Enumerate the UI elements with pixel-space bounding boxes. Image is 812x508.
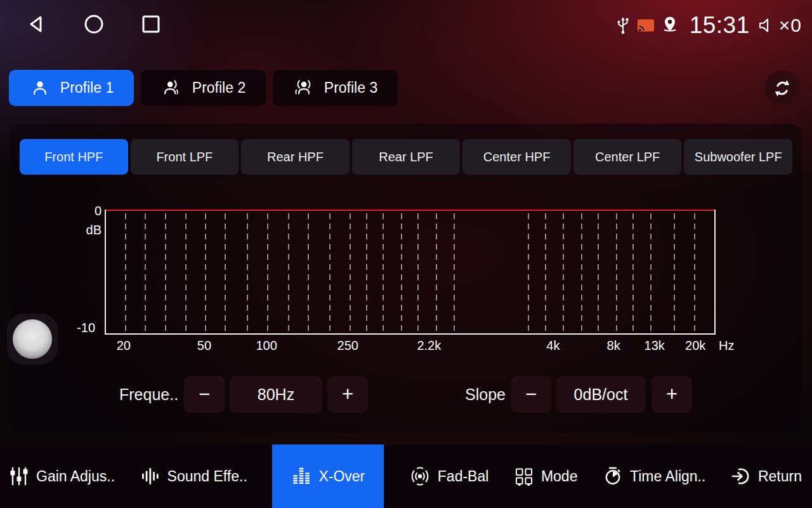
x-tick-label: 250: [337, 338, 358, 353]
profile-label: Profile 3: [324, 79, 377, 97]
gridline: [247, 213, 248, 332]
gridline: [267, 213, 268, 332]
x-axis-unit: Hz: [719, 338, 734, 353]
stopwatch-icon: [603, 466, 623, 486]
gridline: [650, 213, 652, 332]
tab-label: Subwoofer LPF: [695, 150, 782, 164]
profile-tab-3[interactable]: Profile 3: [273, 70, 398, 106]
tab-label: Rear HPF: [267, 150, 324, 164]
gridline: [417, 213, 419, 332]
filter-tab-front-hpf[interactable]: Front HPF: [20, 139, 128, 175]
y-axis-unit: dB: [72, 223, 102, 237]
nav-item-xover[interactable]: X-Over: [272, 444, 384, 508]
screen: 15:31 ×0 Profile 1 Profile 2: [0, 0, 812, 508]
status-bar: 15:31 ×0: [0, 0, 812, 51]
filter-tab-rear-hpf[interactable]: Rear HPF: [241, 139, 350, 175]
frequency-label: Freque..: [119, 376, 178, 413]
gridline: [205, 213, 206, 332]
cast-icon: [636, 17, 655, 34]
frequency-plus-button[interactable]: +: [327, 376, 368, 413]
equalizer-bars-icon: [291, 466, 311, 486]
nav-item-sound-effect[interactable]: Sound Effe..: [140, 444, 247, 508]
return-arrow-icon: [731, 466, 751, 486]
nav-item-mode[interactable]: Mode: [514, 444, 578, 508]
gridline: [598, 213, 599, 332]
gridline: [145, 213, 146, 332]
bottom-nav: Gain Adjus.. Sound Effe.. X-Over: [0, 444, 812, 508]
slope-plus-button[interactable]: +: [652, 376, 692, 413]
gridline: [616, 213, 617, 332]
y-tick-0: 0: [72, 204, 102, 218]
volume-level: ×0: [779, 15, 802, 36]
frequency-minus-button[interactable]: −: [184, 376, 225, 413]
filter-tab-center-lpf[interactable]: Center LPF: [573, 139, 682, 175]
waveform-icon: [140, 466, 160, 486]
nav-item-gain-adjust[interactable]: Gain Adjus..: [9, 444, 115, 508]
response-curve: [106, 210, 714, 211]
gridline: [545, 213, 546, 332]
filter-tab-subwoofer-lpf[interactable]: Subwoofer LPF: [684, 139, 792, 175]
back-button[interactable]: [24, 11, 49, 37]
nav-label: Sound Effe..: [167, 468, 247, 485]
x-tick-label: 50: [197, 338, 211, 353]
android-nav-buttons: [24, 11, 164, 37]
profile-label: Profile 1: [60, 79, 114, 97]
x-axis-ticks: 20501002502.2k4k8k13k20k: [105, 338, 716, 356]
nav-label: Time Align..: [630, 468, 705, 485]
profile-tab-2[interactable]: Profile 2: [141, 70, 266, 106]
frequency-value: 80Hz: [230, 376, 322, 413]
person-one-arc-icon: [161, 77, 183, 99]
slope-value: 0dB/oct: [556, 376, 645, 413]
gridline: [350, 213, 351, 332]
xover-panel: Front HPF Front LPF Rear HPF Rear LPF Ce…: [10, 124, 802, 432]
gridline: [329, 213, 331, 332]
gridline: [185, 213, 187, 332]
home-button[interactable]: [81, 11, 107, 37]
gridline: [563, 213, 564, 332]
tab-label: Center LPF: [595, 150, 660, 164]
filter-tabs: Front HPF Front LPF Rear HPF Rear LPF Ce…: [20, 139, 792, 175]
nav-item-return[interactable]: Return: [731, 444, 802, 508]
nav-label: Gain Adjus..: [36, 468, 115, 485]
slope-minus-button[interactable]: −: [511, 376, 551, 413]
gridline: [165, 213, 166, 332]
nav-item-time-align[interactable]: Time Align..: [603, 444, 705, 508]
gridline: [694, 213, 695, 332]
volume-muted-icon[interactable]: [758, 17, 775, 34]
x-tick-label: 13k: [645, 338, 665, 353]
recents-button[interactable]: [138, 11, 164, 37]
gridline: [125, 213, 126, 332]
profile-label: Profile 2: [192, 79, 246, 97]
surround-waves-icon: [409, 465, 431, 487]
gridline: [383, 213, 384, 332]
profile-tab-1[interactable]: Profile 1: [9, 70, 134, 106]
gridline: [528, 213, 529, 332]
gridline: [401, 213, 402, 332]
x-tick-label: 2.2k: [417, 338, 441, 353]
status-icons: 15:31 ×0: [614, 0, 802, 51]
gridline: [581, 213, 582, 332]
x-tick-label: 20k: [685, 338, 705, 353]
sync-icon: [772, 78, 792, 98]
filter-tab-center-hpf[interactable]: Center HPF: [462, 139, 571, 175]
nav-label: Mode: [541, 468, 578, 485]
tab-label: Front LPF: [156, 150, 213, 164]
gridline: [225, 213, 226, 332]
profile-row: Profile 1 Profile 2 Profile 3: [9, 70, 803, 106]
tab-label: Front HPF: [44, 150, 103, 164]
gridline: [674, 213, 675, 332]
spacer: [405, 70, 803, 106]
floating-knob-button[interactable]: [7, 314, 58, 364]
filter-tab-rear-lpf[interactable]: Rear LPF: [352, 139, 461, 175]
x-tick-label: 100: [256, 338, 277, 353]
gridline: [632, 213, 634, 332]
gridline: [288, 213, 289, 332]
filter-tab-front-lpf[interactable]: Front LPF: [131, 139, 239, 175]
refresh-button[interactable]: [764, 70, 800, 106]
tab-label: Center HPF: [483, 150, 551, 164]
nav-item-fad-bal[interactable]: Fad-Bal: [409, 444, 489, 508]
person-icon: [29, 77, 51, 99]
nav-label: Fad-Bal: [438, 468, 489, 485]
gridline: [454, 213, 455, 332]
nav-label: Return: [758, 468, 802, 485]
